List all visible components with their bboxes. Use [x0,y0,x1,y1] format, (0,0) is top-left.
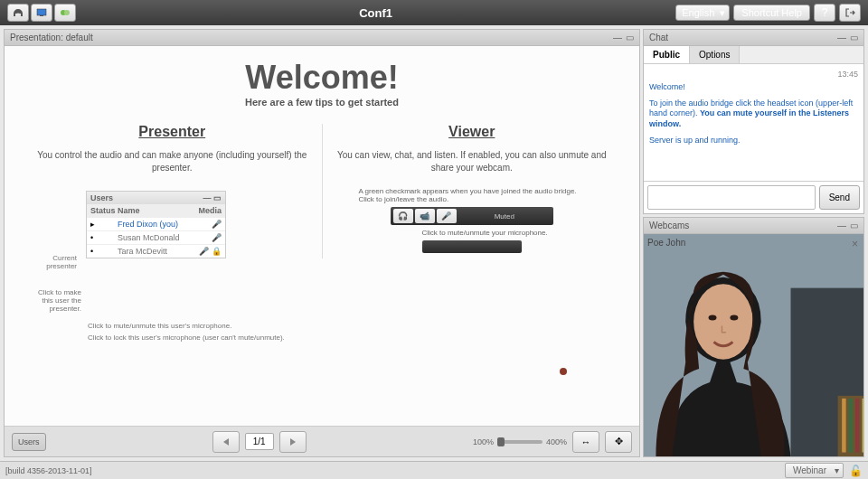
welcome-subtitle: Here are a few tips to get started [32,97,612,108]
webcam-video [644,234,863,456]
svg-point-3 [64,10,70,15]
tab-options[interactable]: Options [690,46,740,63]
conference-title: Conf1 [76,6,675,20]
close-icon[interactable]: × [852,238,858,250]
minimize-icon[interactable]: — [613,33,622,42]
fit-page-button[interactable]: ✥ [605,431,632,453]
users-table-image: Users — ▭ Status Name Media ▸Fred Dixon … [86,191,226,258]
svg-point-15 [709,315,717,320]
svg-rect-9 [855,399,859,453]
maximize-icon[interactable]: ▭ [626,33,634,42]
pointer-dot [560,368,567,375]
presenter-text: You control the audio and can make anyon… [32,149,313,174]
send-button[interactable]: Send [819,185,860,210]
viewer-text: You can view, chat, and listen. If enabl… [332,149,613,174]
maximize-icon[interactable]: ▭ [850,33,858,42]
maximize-icon[interactable]: ▭ [850,221,858,230]
viewer-heading: Viewer [332,124,613,140]
presentation-header: Presentation: default [10,33,93,42]
minimize-icon[interactable]: — [837,33,846,42]
minimize-icon[interactable]: — [837,221,846,230]
chat-header: Chat [649,33,668,42]
desktop-share-icon[interactable] [31,4,52,22]
build-label: [build 4356-2013-11-01] [5,466,92,475]
webcam-icon: 📹 [415,209,435,223]
svg-point-16 [730,315,738,320]
presenter-heading: Presenter [32,124,313,140]
zoom-slider[interactable] [497,440,542,444]
logout-icon[interactable] [839,4,861,22]
chat-panel: Chat — ▭ Public Options 13:45 Welcome! T… [643,29,864,214]
page-indicator: 1/1 [245,433,274,450]
slide-area: Welcome! Here are a few tips to get star… [5,46,639,426]
shortcut-help-button[interactable]: Shortcut Help [733,5,810,21]
fit-width-button[interactable]: ↔ [572,431,599,453]
mic-icon: 🎤 [437,209,457,223]
chat-messages: 13:45 Welcome! To join the audio bridge … [644,64,863,181]
help-icon[interactable]: ? [814,4,835,22]
svg-rect-1 [40,15,43,16]
svg-rect-10 [863,399,863,453]
prev-slide-button[interactable] [212,431,240,453]
svg-rect-7 [842,399,845,453]
next-slide-button[interactable] [279,431,307,453]
webcam-header: Webcams [649,221,689,230]
users-toggle-button[interactable]: Users [12,433,46,451]
svg-rect-0 [37,9,46,15]
lock-icon[interactable]: 🔓 [849,465,863,477]
svg-point-14 [693,284,753,359]
webcam-user-name: Poe John [647,238,685,248]
svg-rect-8 [849,399,853,453]
webcam-share-icon[interactable] [54,4,76,22]
topbar: Conf1 English Shortcut Help ? [0,0,868,25]
statusbar: [build 4356-2013-11-01] Webinar 🔓 [0,461,868,479]
tab-public[interactable]: Public [644,46,690,63]
join-audio-icon: 🎧 [393,209,413,223]
chat-input[interactable] [647,185,816,210]
presentation-panel: Presentation: default — ▭ Welcome! Here … [4,29,640,457]
welcome-title: Welcome! [32,59,612,97]
language-select[interactable]: English [675,5,730,21]
headset-icon[interactable] [7,4,29,22]
webcam-panel: Webcams — ▭ Poe John × [643,217,864,457]
layout-dropdown[interactable]: Webinar [785,463,844,478]
